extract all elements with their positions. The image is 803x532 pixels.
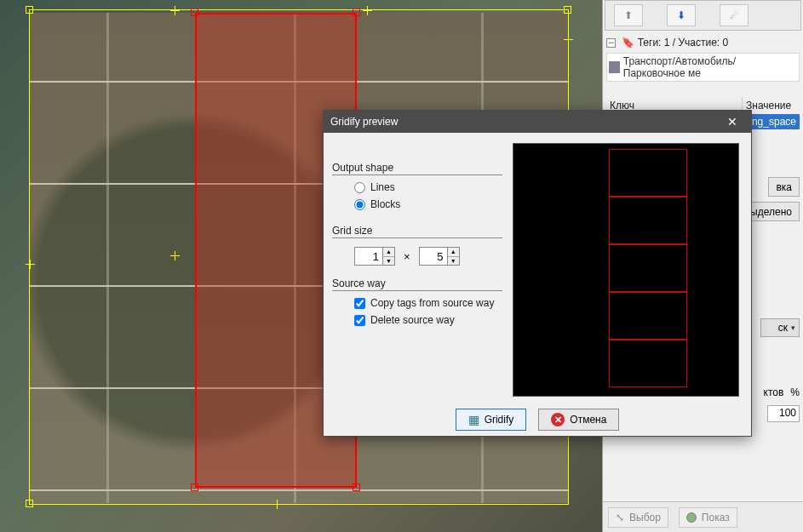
handle-e1[interactable] [564, 35, 573, 44]
handle-n2[interactable] [363, 6, 372, 15]
radio-lines[interactable]: Lines [332, 179, 502, 196]
pct-input[interactable]: 100 [767, 405, 800, 422]
radio-lines-input[interactable] [354, 182, 365, 193]
times-symbol: × [404, 250, 410, 263]
rows-up-icon[interactable]: ▲ [448, 248, 459, 257]
status-dot-icon [686, 512, 697, 523]
side-combo[interactable]: ск [760, 318, 800, 337]
cols-down-icon[interactable]: ▼ [383, 257, 394, 266]
pct-label: % [790, 386, 800, 398]
handle-s1[interactable] [272, 500, 282, 509]
handle-nw[interactable] [26, 6, 33, 14]
preview-cell [609, 197, 687, 244]
radio-blocks-input[interactable] [354, 199, 365, 210]
handle-ne[interactable] [564, 6, 571, 14]
sel-handle-se[interactable] [353, 483, 360, 491]
grid-rows-spinner[interactable]: ▲▼ [419, 247, 460, 266]
side-btn-vka[interactable]: вка [768, 177, 800, 197]
preset-label: Транспорт/Автомобиль/Парковочное ме [623, 55, 797, 79]
tags-summary: 🔖 Теги: 1 / Участие: 0 [603, 34, 803, 51]
section-grid-size: Grid size [332, 225, 502, 238]
check-delete-source-input[interactable] [354, 315, 365, 326]
handle-c1[interactable] [170, 251, 180, 260]
check-copy-tags[interactable]: Copy tags from source way [332, 295, 502, 312]
collapse-toggle-icon[interactable] [606, 38, 616, 48]
radio-blocks[interactable]: Blocks [332, 196, 502, 213]
preview-cell [609, 340, 687, 387]
ktov-label: ктов [764, 386, 784, 398]
sel-handle-ne[interactable] [353, 9, 360, 16]
tag-icon: 🔖 [622, 37, 634, 49]
section-output-shape: Output shape [332, 162, 502, 175]
preview-cell [609, 292, 687, 340]
cols-up-icon[interactable]: ▲ [383, 248, 394, 257]
preset-icon [609, 61, 620, 73]
status-show-mode[interactable]: Показ [679, 507, 737, 528]
grid-rows-input[interactable] [419, 247, 448, 266]
rows-down-icon[interactable]: ▼ [448, 257, 459, 266]
handle-sw[interactable] [26, 500, 33, 507]
status-select-mode[interactable]: ⤡ Выбор [608, 507, 668, 528]
status-bar: ⤡ Выбор Показ [603, 501, 803, 532]
gridify-button[interactable]: Gridify [456, 409, 527, 431]
grid-cols-input[interactable] [354, 247, 383, 266]
grid-size-row: ▲▼ × ▲▼ [332, 242, 502, 266]
preview-cell [609, 244, 687, 292]
section-source-way: Source way [332, 277, 502, 291]
close-icon[interactable]: ✕ [720, 113, 744, 130]
handle-w1[interactable] [26, 260, 35, 269]
sel-handle-nw[interactable] [191, 9, 198, 16]
toolbar-btn-broom[interactable]: ☄ [720, 4, 749, 26]
dialog-form: Output shape Lines Blocks Grid size ▲▼ ×… [332, 141, 502, 395]
side-toolbar: ⬆ ⬇ ☄ [605, 0, 801, 31]
select-icon: ⤡ [616, 512, 624, 523]
handle-n1[interactable] [170, 6, 180, 15]
cancel-button[interactable]: ✕ Отмена [538, 409, 619, 431]
gridify-dialog: Gridify preview ✕ Output shape Lines Blo… [323, 110, 752, 437]
grid-cols-spinner[interactable]: ▲▼ [354, 247, 395, 266]
check-delete-source[interactable]: Delete source way [332, 312, 502, 329]
gridify-icon [468, 413, 479, 426]
toolbar-btn-up[interactable]: ⬆ [614, 4, 643, 26]
dialog-titlebar[interactable]: Gridify preview ✕ [324, 111, 751, 133]
preview-cell [609, 149, 687, 197]
tags-summary-text: Теги: 1 / Участие: 0 [638, 37, 729, 49]
sel-handle-sw[interactable] [191, 483, 198, 491]
dialog-buttons: Gridify ✕ Отмена [324, 403, 751, 436]
cancel-icon: ✕ [551, 413, 565, 426]
check-copy-tags-input[interactable] [354, 298, 365, 309]
dialog-body: Output shape Lines Blocks Grid size ▲▼ ×… [324, 133, 751, 403]
preset-row[interactable]: Транспорт/Автомобиль/Парковочное ме [606, 53, 800, 82]
dialog-title-text: Gridify preview [330, 116, 398, 128]
toolbar-btn-down[interactable]: ⬇ [667, 4, 696, 26]
grid-preview [513, 143, 739, 397]
